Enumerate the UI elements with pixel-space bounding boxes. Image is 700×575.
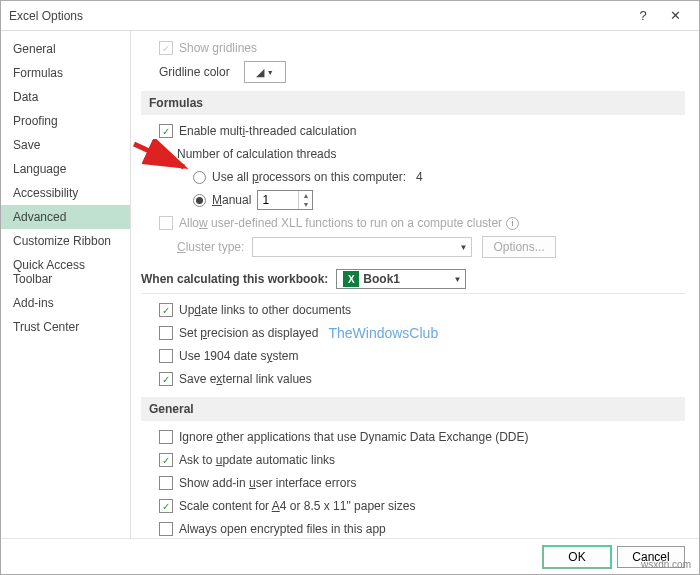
source-url: wsxdn.com — [641, 559, 691, 570]
watermark: TheWindowsClub — [328, 325, 438, 341]
sidebar-item-trust-center[interactable]: Trust Center — [1, 315, 130, 339]
sidebar-item-customize-ribbon[interactable]: Customize Ribbon — [1, 229, 130, 253]
use-1904-checkbox[interactable] — [159, 349, 173, 363]
update-links-checkbox[interactable] — [159, 303, 173, 317]
ignore-dde-checkbox[interactable] — [159, 430, 173, 444]
sidebar-item-advanced[interactable]: Advanced — [1, 205, 130, 229]
sidebar-item-accessibility[interactable]: Accessibility — [1, 181, 130, 205]
manual-thread-input[interactable] — [258, 191, 298, 209]
ask-update-checkbox[interactable] — [159, 453, 173, 467]
sidebar-item-general[interactable]: General — [1, 37, 130, 61]
ok-button[interactable]: OK — [543, 546, 611, 568]
footer: OK Cancel — [1, 538, 699, 574]
sidebar-item-formulas[interactable]: Formulas — [1, 61, 130, 85]
cluster-options-button: Options... — [482, 236, 555, 258]
use-all-processors-label: Use all processors on this computer: — [212, 170, 416, 184]
info-icon[interactable]: i — [506, 217, 519, 230]
use-all-processors-radio[interactable] — [193, 171, 206, 184]
save-external-checkbox[interactable] — [159, 372, 173, 386]
cluster-type-combo: ▼ — [252, 237, 472, 257]
manual-radio[interactable] — [193, 194, 206, 207]
section-formulas: Formulas — [141, 91, 685, 115]
scale-content-checkbox[interactable] — [159, 499, 173, 513]
allow-xll-label: Allow user-defined XLL functions to run … — [179, 216, 502, 230]
set-precision-label: Set precision as displayed — [179, 326, 318, 340]
show-addin-errors-label: Show add-in user interface errors — [179, 476, 356, 490]
sidebar: General Formulas Data Proofing Save Lang… — [1, 31, 131, 539]
ignore-dde-label: Ignore other applications that use Dynam… — [179, 430, 529, 444]
use-1904-label: Use 1904 date system — [179, 349, 298, 363]
gridline-color-label: Gridline color — [159, 65, 230, 79]
dialog-title: Excel Options — [9, 9, 627, 23]
show-gridlines-checkbox[interactable] — [159, 41, 173, 55]
spinner-up[interactable]: ▲ — [299, 191, 312, 200]
num-threads-label: Number of calculation threads — [177, 147, 336, 161]
sidebar-item-quick-access[interactable]: Quick Access Toolbar — [1, 253, 130, 291]
set-precision-checkbox[interactable] — [159, 326, 173, 340]
enable-multithread-label: Enable multi-threaded calculation — [179, 124, 356, 138]
gridline-color-picker[interactable]: ◢ ▼ — [244, 61, 286, 83]
update-links-label: Update links to other documents — [179, 303, 351, 317]
show-gridlines-label: Show gridlines — [179, 41, 257, 55]
spinner-down[interactable]: ▼ — [299, 200, 312, 209]
save-external-label: Save external link values — [179, 372, 312, 386]
close-button[interactable]: ✕ — [659, 2, 691, 30]
scale-content-label: Scale content for A4 or 8.5 x 11" paper … — [179, 499, 415, 513]
sidebar-item-data[interactable]: Data — [1, 85, 130, 109]
content-pane: Show gridlines Gridline color ◢ ▼ Formul… — [131, 31, 699, 539]
section-general: General — [141, 397, 685, 421]
sidebar-item-proofing[interactable]: Proofing — [1, 109, 130, 133]
excel-icon: X — [343, 271, 359, 287]
help-button[interactable]: ? — [627, 2, 659, 30]
processor-count: 4 — [416, 170, 423, 184]
always-encrypted-label: Always open encrypted files in this app — [179, 522, 386, 536]
titlebar: Excel Options ? ✕ — [1, 1, 699, 31]
calculating-workbook-header: When calculating this workbook: — [141, 272, 328, 286]
manual-label: Manual — [212, 193, 251, 207]
sidebar-item-addins[interactable]: Add-ins — [1, 291, 130, 315]
workbook-combo[interactable]: X Book1 ▼ — [336, 269, 466, 289]
manual-thread-spinner[interactable]: ▲▼ — [257, 190, 313, 210]
bucket-icon: ◢ — [256, 66, 264, 79]
allow-xll-checkbox — [159, 216, 173, 230]
sidebar-item-save[interactable]: Save — [1, 133, 130, 157]
cluster-type-label: Cluster type: — [177, 240, 244, 254]
sidebar-item-language[interactable]: Language — [1, 157, 130, 181]
show-addin-errors-checkbox[interactable] — [159, 476, 173, 490]
always-encrypted-checkbox[interactable] — [159, 522, 173, 536]
enable-multithread-checkbox[interactable] — [159, 124, 173, 138]
ask-update-label: Ask to update automatic links — [179, 453, 335, 467]
workbook-value: Book1 — [363, 272, 453, 286]
